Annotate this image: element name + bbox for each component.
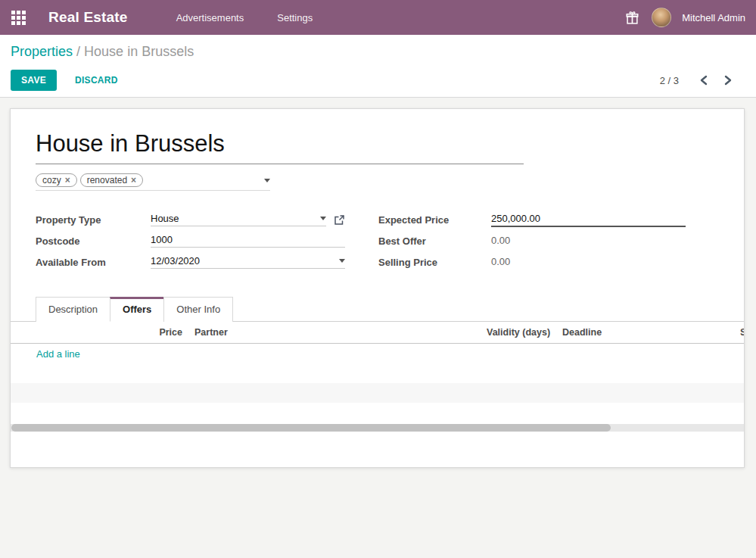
tag-cozy[interactable]: cozy × bbox=[36, 173, 77, 187]
tag-renovated[interactable]: renovated × bbox=[80, 173, 143, 187]
apps-menu-button[interactable] bbox=[0, 0, 36, 35]
nav-item-advertisements[interactable]: Advertisements bbox=[170, 8, 250, 28]
property-name-input[interactable]: House in Brussels bbox=[36, 130, 524, 164]
offers-table: Price Partner Validity (days) Deadline S… bbox=[11, 322, 744, 422]
property-type-dropdown-caret-icon[interactable] bbox=[320, 217, 326, 220]
avatar[interactable] bbox=[652, 8, 671, 27]
offers-table-header: Price Partner Validity (days) Deadline S… bbox=[11, 322, 744, 344]
property-type-external-link-icon[interactable] bbox=[334, 214, 345, 226]
add-a-line-link[interactable]: Add a line bbox=[36, 348, 80, 360]
field-grid: Property Type House bbox=[36, 209, 719, 273]
gift-icon[interactable] bbox=[623, 8, 641, 26]
breadcrumb-current: House in Brussels bbox=[84, 44, 194, 59]
postcode-input[interactable]: 1000 bbox=[151, 234, 345, 248]
empty-table-row bbox=[11, 363, 744, 383]
tab-offers[interactable]: Offers bbox=[110, 297, 164, 322]
pager-next-button[interactable] bbox=[720, 72, 736, 89]
horizontal-scrollbar[interactable] bbox=[11, 424, 744, 432]
postcode-label: Postcode bbox=[36, 235, 151, 247]
horizontal-scrollbar-thumb[interactable] bbox=[11, 424, 611, 432]
pager: 2 / 3 bbox=[660, 72, 745, 89]
expected-price-label: Expected Price bbox=[378, 214, 491, 226]
property-type-input[interactable]: House bbox=[151, 213, 326, 226]
tab-bar: Description Offers Other Info bbox=[11, 297, 744, 322]
best-offer-label: Best Offer bbox=[378, 235, 491, 247]
breadcrumb-properties[interactable]: Properties bbox=[11, 44, 73, 59]
available-from-input[interactable]: 12/03/2020 bbox=[151, 255, 345, 269]
tab-other-info[interactable]: Other Info bbox=[163, 297, 233, 322]
tag-cozy-remove-icon[interactable]: × bbox=[65, 176, 70, 185]
pager-previous-button[interactable] bbox=[695, 72, 712, 89]
notebook: Description Offers Other Info Price Part… bbox=[11, 297, 744, 432]
breadcrumb: Properties / House in Brussels bbox=[11, 44, 745, 60]
sheet-bottom-spacer bbox=[11, 432, 744, 468]
user-name[interactable]: Mitchell Admin bbox=[682, 12, 745, 23]
best-offer-value: 0.00 bbox=[491, 235, 686, 248]
top-navbar: Real Estate Advertisements Settings Mitc… bbox=[0, 0, 756, 35]
selling-price-label: Selling Price bbox=[378, 257, 491, 268]
column-header-deadline[interactable]: Deadline bbox=[556, 327, 734, 338]
expected-price-input[interactable]: 250,000.00 bbox=[491, 213, 686, 227]
column-header-status[interactable]: Status bbox=[734, 327, 744, 338]
tag-renovated-remove-icon[interactable]: × bbox=[131, 176, 136, 185]
add-line-row: Add a line bbox=[11, 344, 744, 363]
form-sheet: House in Brussels cozy × renovated × Pro… bbox=[10, 108, 745, 468]
save-button[interactable]: SAVE bbox=[11, 70, 57, 91]
empty-table-row bbox=[11, 383, 744, 403]
tab-description[interactable]: Description bbox=[36, 297, 110, 322]
discard-button[interactable]: DISCARD bbox=[67, 70, 126, 91]
tags-input[interactable]: cozy × renovated × bbox=[36, 173, 270, 191]
form-view: House in Brussels cozy × renovated × Pro… bbox=[0, 98, 756, 558]
available-from-label: Available From bbox=[36, 257, 151, 268]
nav-menu: Advertisements Settings bbox=[170, 8, 319, 28]
selling-price-value: 0.00 bbox=[491, 256, 686, 269]
property-type-label: Property Type bbox=[36, 214, 151, 226]
available-from-dropdown-caret-icon[interactable] bbox=[339, 259, 345, 263]
tags-dropdown-caret-icon[interactable] bbox=[264, 179, 270, 182]
column-header-price[interactable]: Price bbox=[36, 327, 188, 338]
nav-item-settings[interactable]: Settings bbox=[271, 8, 319, 28]
pager-value: 2 / 3 bbox=[660, 75, 679, 86]
column-header-partner[interactable]: Partner bbox=[188, 327, 481, 338]
breadcrumb-separator: / bbox=[76, 44, 84, 59]
column-header-validity[interactable]: Validity (days) bbox=[481, 327, 556, 338]
app-name[interactable]: Real Estate bbox=[48, 9, 128, 26]
empty-table-row bbox=[11, 403, 744, 422]
apps-grid-icon bbox=[11, 11, 26, 25]
control-panel: Properties / House in Brussels SAVE DISC… bbox=[0, 35, 756, 98]
